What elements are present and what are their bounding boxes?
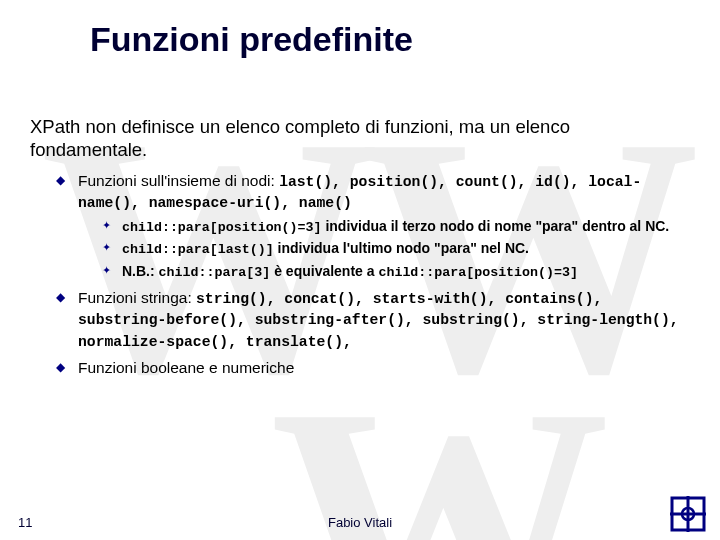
- subbullet-1-1: child::para[position()=3] individua il t…: [102, 217, 690, 237]
- bullet-2: Funzioni stringa: string(), concat(), st…: [56, 288, 690, 351]
- page-number: 11: [18, 515, 32, 530]
- subbullet-1-3-code2: child::para[position()=3]: [378, 265, 578, 280]
- bullet-3: Funzioni booleane e numeriche: [56, 358, 690, 378]
- bullet-1: Funzioni sull'insieme di nodi: last(), p…: [56, 171, 690, 213]
- subbullet-1-1-code: child::para[position()=3]: [122, 220, 322, 235]
- subbullet-1-2-code: child::para[last()]: [122, 242, 274, 257]
- subbullet-1-2: child::para[last()] individua l'ultimo n…: [102, 239, 690, 259]
- bullet-1-pre: Funzioni sull'insieme di nodi:: [78, 172, 279, 189]
- bullet-2-pre: Funzioni stringa:: [78, 289, 196, 306]
- subbullet-1-1-text: individua il terzo nodo di nome "para" d…: [322, 218, 670, 234]
- slide-content: Funzioni predefinite XPath non definisce…: [0, 0, 720, 378]
- bullet-3-pre: Funzioni booleane e numeriche: [78, 359, 294, 376]
- subbullet-1-3: N.B.: child::para[3] è equivalente a chi…: [102, 262, 690, 282]
- slide-title: Funzioni predefinite: [90, 20, 690, 59]
- subbullet-1-3-text: è equivalente a: [270, 263, 378, 279]
- logo-icon: [668, 494, 708, 534]
- subbullet-1-2-text: individua l'ultimo nodo "para" nel NC.: [274, 240, 529, 256]
- subbullet-1-3-code1: child::para[3]: [159, 265, 271, 280]
- subbullet-1-3-pre: N.B.:: [122, 263, 159, 279]
- author-name: Fabio Vitali: [328, 515, 392, 530]
- intro-text: XPath non definisce un elenco completo d…: [30, 115, 690, 161]
